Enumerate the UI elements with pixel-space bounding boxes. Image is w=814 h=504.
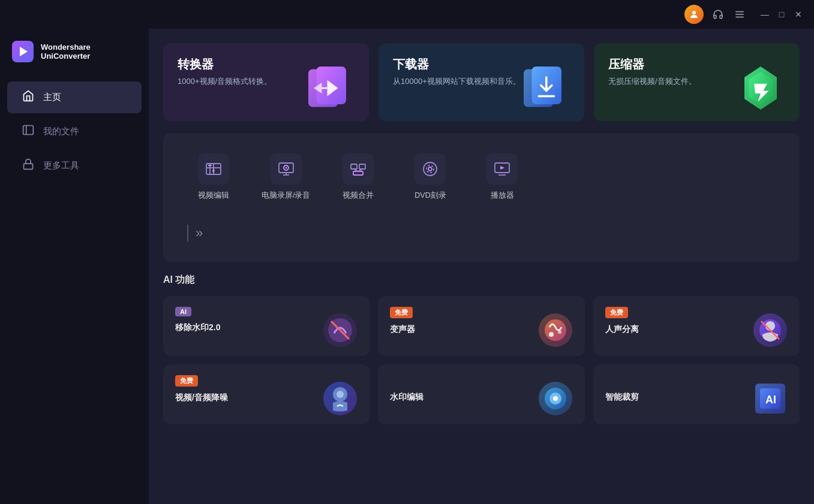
main-layout: Wondershare UniConverter 主页 我的文件	[0, 29, 814, 504]
tools-grid: 视频编辑 电脑录屏/录音	[178, 147, 785, 207]
svg-rect-6	[23, 126, 34, 135]
svg-rect-28	[353, 171, 363, 175]
ai-badge-voice-changer: 免费	[390, 307, 413, 318]
dvd-burn-icon	[422, 161, 438, 177]
svg-rect-27	[359, 164, 365, 169]
more-tools-button[interactable]: »	[178, 219, 785, 248]
svg-marker-35	[500, 166, 504, 170]
svg-point-41	[545, 319, 566, 341]
svg-point-0	[692, 11, 696, 14]
ai-cards-grid: AI 移除水印2.0 免费 变声器	[163, 296, 800, 424]
svg-point-25	[285, 167, 287, 169]
remove-watermark-icon	[319, 309, 361, 351]
voice-changer-icon	[534, 309, 576, 351]
ai-badge-noise-reduction: 免费	[175, 375, 198, 387]
converter-card[interactable]: 转换器 1000+视频/音频格式转换。	[163, 43, 369, 121]
svg-point-43	[558, 330, 561, 334]
ai-section: AI 功能 AI 移除水印2.0 免费 变声器	[163, 274, 800, 424]
svg-point-50	[337, 391, 344, 398]
ai-badge-remove-watermark: AI	[175, 307, 191, 316]
sidebar-item-more[interactable]: 更多工具	[7, 150, 142, 182]
svg-point-20	[212, 170, 215, 172]
more-tools-icon	[22, 158, 35, 173]
maximize-button[interactable]: □	[776, 8, 788, 20]
ai-card-vocal-separation[interactable]: 免费 人声分离	[593, 296, 800, 356]
screen-record-icon	[278, 161, 295, 177]
svg-point-33	[426, 165, 434, 173]
dvd-burn-label: DVD刻录	[414, 191, 446, 201]
menu-icon[interactable]	[732, 7, 747, 22]
sidebar-item-files[interactable]: 我的文件	[7, 116, 142, 147]
files-icon	[22, 124, 35, 139]
sidebar: Wondershare UniConverter 主页 我的文件	[0, 29, 149, 504]
watermark-edit-icon	[534, 378, 576, 420]
svg-point-31	[423, 162, 437, 176]
compressor-card[interactable]: 压缩器 无损压缩视频/音频文件。	[594, 43, 800, 121]
video-edit-icon-box	[198, 153, 229, 185]
player-label: 播放器	[491, 191, 514, 201]
video-edit-label: 视频编辑	[198, 191, 229, 201]
video-merge-label: 视频合并	[343, 191, 374, 201]
svg-point-54	[553, 396, 558, 401]
user-avatar[interactable]	[684, 5, 704, 24]
compressor-icon	[734, 61, 788, 115]
ai-badge-vocal-separation: 免费	[605, 307, 628, 318]
svg-point-32	[428, 167, 432, 171]
tool-player[interactable]: 播放器	[466, 147, 538, 207]
video-merge-icon	[350, 161, 367, 177]
sidebar-item-home[interactable]: 主页	[7, 82, 142, 113]
video-merge-icon-box	[343, 153, 374, 185]
app-name: Wondershare	[41, 43, 91, 52]
video-edit-icon	[205, 161, 222, 177]
converter-icon	[303, 61, 357, 115]
screen-record-icon-box	[271, 153, 302, 185]
app-product: UniConverter	[41, 52, 91, 61]
tool-screen-record[interactable]: 电脑录屏/录音	[250, 147, 322, 207]
smart-crop-icon: AI	[749, 378, 791, 420]
dvd-burn-icon-box	[414, 153, 446, 185]
player-icon	[494, 161, 510, 177]
files-label: 我的文件	[43, 126, 79, 137]
close-button[interactable]: ✕	[792, 8, 804, 20]
tool-dvd-burn[interactable]: DVD刻录	[394, 147, 466, 207]
more-tools-label: 更多工具	[43, 160, 79, 171]
vocal-separation-icon	[749, 309, 791, 351]
title-bar: — □ ✕	[0, 0, 814, 29]
ai-card-smart-crop[interactable]: 智能裁剪 AI	[593, 364, 800, 424]
logo-text: Wondershare UniConverter	[41, 43, 91, 61]
more-tools-chevron: »	[196, 225, 203, 241]
tools-section: 视频编辑 电脑录屏/录音	[163, 133, 800, 262]
top-cards-row: 转换器 1000+视频/音频格式转换。	[163, 43, 800, 121]
downloader-card[interactable]: 下载器 从10000+视频网站下载视频和音乐。	[379, 43, 584, 121]
ai-card-noise-reduction[interactable]: 免费 视频/音频降噪	[163, 364, 370, 424]
ai-card-watermark-edit[interactable]: 水印编辑	[378, 364, 584, 424]
window-controls: — □ ✕	[759, 8, 804, 20]
tool-video-merge[interactable]: 视频合并	[322, 147, 394, 207]
home-icon	[22, 90, 35, 105]
svg-rect-26	[351, 164, 357, 169]
minimize-button[interactable]: —	[759, 8, 771, 20]
svg-text:AI: AI	[765, 394, 776, 406]
home-label: 主页	[43, 92, 61, 103]
tool-video-edit[interactable]: 视频编辑	[178, 147, 250, 207]
noise-reduction-icon	[319, 378, 361, 420]
ai-card-remove-watermark[interactable]: AI 移除水印2.0	[163, 296, 370, 356]
svg-rect-8	[24, 164, 33, 169]
ai-card-voice-changer[interactable]: 免费 变声器	[378, 296, 584, 356]
player-icon-box	[486, 153, 518, 185]
logo-area: Wondershare UniConverter	[0, 41, 149, 80]
screen-record-label: 电脑录屏/录音	[262, 191, 310, 201]
content-area: 转换器 1000+视频/音频格式转换。	[149, 29, 814, 504]
svg-point-42	[549, 332, 554, 337]
downloader-icon	[518, 61, 572, 115]
headphone-icon[interactable]	[711, 7, 725, 22]
app-logo-icon	[12, 41, 34, 62]
ai-section-title: AI 功能	[163, 274, 800, 286]
